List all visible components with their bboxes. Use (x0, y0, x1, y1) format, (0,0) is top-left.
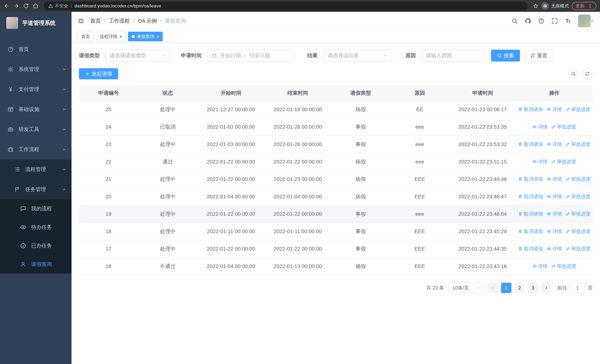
op-progress-link[interactable]: 审批进度 (565, 141, 590, 148)
search-icon[interactable] (511, 18, 518, 24)
op-detail-link[interactable]: 详情 (532, 159, 548, 165)
goto-page-input[interactable] (570, 283, 585, 293)
column-header: 申请时间 (449, 85, 516, 101)
apply-time-range-picker[interactable]: 开始日期 - 结束日期 (207, 50, 294, 62)
close-icon[interactable]: × (119, 34, 122, 39)
omnibox-divider (71, 3, 72, 8)
op-detail-link[interactable]: 详情 (547, 176, 562, 182)
breadcrumb-item[interactable]: 工作流程 (109, 18, 130, 24)
reload-icon[interactable] (23, 3, 29, 9)
reason-input[interactable] (426, 53, 479, 59)
user-avatar[interactable] (578, 15, 591, 27)
incognito-badge: 无痕模式 (542, 2, 569, 10)
op-label: 详情 (552, 193, 562, 200)
op-cancel-link[interactable]: 取消请假 (518, 228, 543, 235)
result-select[interactable]: 请选择流结果 (323, 50, 392, 62)
tab-请假查询[interactable]: 请假查询× (128, 32, 163, 41)
reset-button[interactable]: 重置 (525, 50, 553, 62)
eye-icon (547, 107, 551, 112)
sidebar-item-工作流程[interactable]: 工作流程 (0, 139, 72, 159)
kebab-menu-icon[interactable] (587, 3, 593, 9)
leave-type-select[interactable]: 请选择请假类型 (105, 50, 171, 62)
page-button-3[interactable]: 3 (528, 283, 538, 293)
sidebar-item-首页[interactable]: 首页 (0, 39, 72, 59)
op-detail-link[interactable]: 详情 (532, 124, 548, 130)
tab-流程详情[interactable]: 流程详情× (96, 32, 126, 41)
op-progress-link[interactable]: 审批进度 (565, 106, 590, 113)
forward-icon[interactable] (13, 3, 19, 9)
table-row: 22通过2022-01-22 00:00:002022-01-22 00:00:… (79, 153, 593, 170)
op-cancel-link[interactable]: 取消请假 (518, 246, 543, 252)
op-progress-link[interactable]: 审批进度 (551, 159, 576, 165)
op-label: 取消请假 (524, 141, 543, 148)
op-progress-link[interactable]: 审批进度 (551, 124, 576, 130)
font-size-icon[interactable] (565, 18, 571, 24)
sidebar-item-请假查询[interactable]: 请假查询 (0, 255, 72, 274)
sidebar-item-基础设施[interactable]: 基础设施 (0, 99, 72, 119)
eye-icon (532, 264, 537, 268)
close-icon[interactable]: × (156, 34, 159, 39)
tab-首页[interactable]: 首页 (77, 32, 94, 41)
sidebar-item-流程管理[interactable]: 流程管理 (0, 159, 72, 179)
toggle-search-button[interactable] (568, 69, 579, 79)
page-size-select[interactable]: 10条/页 (449, 283, 485, 293)
search-button[interactable]: 搜索 (491, 50, 520, 62)
op-detail-link[interactable]: 详情 (547, 211, 562, 217)
sidebar-collapse-icon[interactable] (77, 18, 84, 24)
op-detail-link[interactable]: 详情 (547, 246, 562, 252)
op-detail-link[interactable]: 详情 (547, 141, 562, 148)
cell-start: 2022-01-04 00:00:00 (197, 258, 264, 275)
breadcrumb-item[interactable]: OA 示例 (138, 18, 157, 24)
op-detail-link[interactable]: 详情 (547, 193, 562, 200)
sidebar-item-系统管理[interactable]: 系统管理 (0, 59, 72, 79)
sidebar-item-label: 待办任务 (31, 224, 52, 231)
op-cancel-link[interactable]: 取消请假 (518, 176, 543, 182)
cell-start: 2021-12-27 00:00:00 (197, 101, 264, 118)
page-button-1[interactable]: 1 (501, 283, 511, 293)
next-page-button[interactable] (541, 283, 552, 293)
op-progress-link[interactable]: 审批进度 (565, 211, 590, 217)
cell-type: 事假 (331, 118, 390, 136)
browser-update-button[interactable]: 更新 (572, 2, 596, 10)
chevron-down-icon[interactable] (590, 19, 594, 23)
cell-operations: 详情审批进度 (516, 258, 593, 275)
page-button-2[interactable]: 2 (514, 283, 525, 293)
op-detail-link[interactable]: 详情 (547, 228, 562, 235)
github-icon[interactable] (525, 18, 531, 24)
op-detail-link[interactable]: 详情 (532, 263, 548, 270)
op-progress-link[interactable]: 审批进度 (551, 263, 576, 270)
cell-end: 2022-01-04 00:00:00 (264, 188, 331, 205)
sidebar-logo[interactable]: 芋道管理系统 (0, 12, 72, 34)
op-label: 审批进度 (571, 141, 590, 148)
start-date-placeholder: 开始日期 (220, 52, 241, 59)
bookmark-star-icon[interactable] (533, 3, 538, 9)
cell-type: 病假 (331, 101, 390, 118)
op-progress-link[interactable]: 审批进度 (565, 176, 590, 182)
sidebar-item-label: 我的流程 (31, 205, 52, 212)
op-progress-link[interactable]: 审批进度 (565, 246, 590, 252)
sidebar-item-任务管理[interactable]: 任务管理 (0, 179, 72, 199)
op-cancel-link[interactable]: 取消请假 (518, 141, 543, 148)
sidebar-item-支付管理[interactable]: 支付管理 (0, 79, 72, 99)
create-leave-button[interactable]: 发起请假 (79, 68, 118, 79)
op-progress-link[interactable]: 审批进度 (565, 193, 590, 200)
address-bar[interactable]: 不安全 dashboard.yudao.iocoder.cn/bpm/oa/le… (44, 1, 528, 10)
reset-button-label: 重置 (537, 52, 547, 59)
op-detail-link[interactable]: 详情 (547, 106, 562, 113)
prev-page-button[interactable] (488, 283, 498, 293)
sidebar-item-研发工具[interactable]: 研发工具 (0, 119, 72, 139)
help-icon[interactable] (538, 18, 544, 24)
sidebar-item-已办任务[interactable]: 已办任务 (0, 236, 72, 255)
column-header: 请假类型 (331, 85, 390, 101)
op-cancel-link[interactable]: 取消请假 (518, 106, 543, 113)
op-cancel-link[interactable]: 取消请假 (518, 193, 543, 200)
refresh-table-button[interactable] (582, 69, 593, 79)
home-icon[interactable] (33, 3, 38, 9)
op-progress-link[interactable]: 审批进度 (565, 228, 590, 235)
sidebar-item-待办任务[interactable]: 待办任务 (0, 218, 72, 236)
fullscreen-icon[interactable] (552, 18, 558, 24)
op-cancel-link[interactable]: 取消请假 (518, 211, 543, 217)
sidebar-item-我的流程[interactable]: 我的流程 (0, 199, 72, 218)
back-icon[interactable] (4, 3, 10, 9)
breadcrumb-item[interactable]: 首页 (90, 18, 101, 24)
